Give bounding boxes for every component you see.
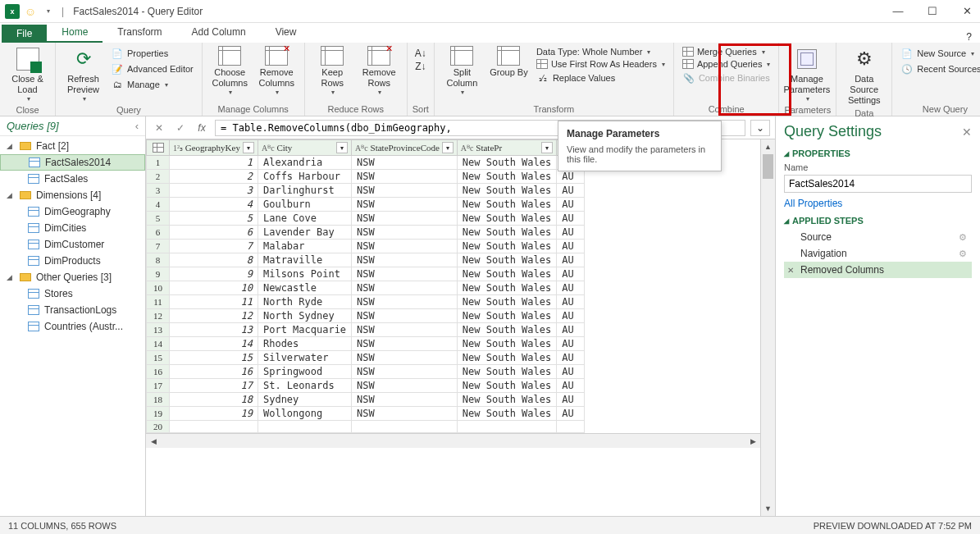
applied-step[interactable]: Source⚙ bbox=[784, 229, 972, 245]
cell[interactable]: New South Wales bbox=[457, 198, 556, 212]
cell[interactable]: 1 bbox=[170, 156, 258, 170]
cell[interactable]: New South Wales bbox=[457, 226, 556, 240]
replace-values-button[interactable]: ₁⁄₂Replace Values bbox=[535, 71, 667, 85]
row-number[interactable]: 6 bbox=[147, 226, 170, 240]
scroll-right-arrow[interactable]: ▶ bbox=[745, 434, 760, 448]
cell[interactable]: NSW bbox=[352, 393, 458, 407]
split-column-button[interactable]: Split Column bbox=[440, 44, 485, 98]
file-tab[interactable]: File bbox=[2, 25, 47, 43]
cell[interactable]: Newcastle bbox=[258, 281, 351, 295]
cell[interactable]: NSW bbox=[352, 281, 458, 295]
row-number[interactable]: 11 bbox=[147, 295, 170, 309]
accept-formula-button[interactable]: ✓ bbox=[172, 120, 189, 136]
cell[interactable]: 15 bbox=[170, 351, 258, 365]
cell[interactable]: 13 bbox=[170, 323, 258, 337]
row-number[interactable]: 15 bbox=[147, 351, 170, 365]
cell[interactable]: NSW bbox=[352, 323, 458, 337]
tab-add-column[interactable]: Add Column bbox=[177, 23, 261, 43]
cell[interactable]: Rhodes bbox=[258, 337, 351, 351]
cell[interactable]: NSW bbox=[352, 226, 458, 240]
cell[interactable]: New South Wales bbox=[457, 393, 556, 407]
cell[interactable]: 12 bbox=[170, 309, 258, 323]
cell[interactable]: Sydney bbox=[258, 393, 351, 407]
cell[interactable]: AU bbox=[557, 407, 585, 421]
advanced-editor-button[interactable]: 📝Advanced Editor bbox=[109, 62, 195, 76]
table-row[interactable]: 77MalabarNSWNew South WalesAU bbox=[147, 240, 585, 253]
expand-icon[interactable]: ◢ bbox=[7, 191, 15, 199]
cell[interactable] bbox=[557, 421, 585, 433]
tab-view[interactable]: View bbox=[261, 23, 312, 43]
row-number[interactable]: 12 bbox=[147, 309, 170, 323]
cell[interactable]: North Sydney bbox=[258, 309, 351, 323]
minimize-button[interactable]: — bbox=[890, 5, 906, 17]
column-header[interactable]: 1²₃ GeographyKey▾ bbox=[170, 140, 258, 156]
cell[interactable]: 5 bbox=[170, 212, 258, 226]
cell[interactable]: AU bbox=[557, 295, 585, 309]
append-queries-button[interactable]: Append Queries bbox=[681, 58, 773, 70]
expand-icon[interactable]: ◢ bbox=[7, 273, 15, 281]
corner-cell[interactable] bbox=[147, 140, 170, 156]
cell[interactable]: NSW bbox=[352, 365, 458, 379]
scroll-left-arrow[interactable]: ◀ bbox=[146, 434, 161, 448]
cell[interactable]: 10 bbox=[170, 281, 258, 295]
gear-icon[interactable]: ⚙ bbox=[959, 249, 967, 259]
tree-query-item[interactable]: FactSales2014 bbox=[0, 154, 145, 171]
cell[interactable]: NSW bbox=[352, 337, 458, 351]
cell[interactable]: New South Wales bbox=[457, 240, 556, 253]
recent-sources-button[interactable]: 🕓Recent Sources bbox=[899, 62, 980, 76]
scroll-down-arrow[interactable]: ▼ bbox=[761, 501, 775, 516]
table-row[interactable]: 55Lane CoveNSWNew South WalesAU bbox=[147, 212, 585, 226]
tree-query-item[interactable]: FactSales bbox=[0, 171, 145, 187]
properties-button[interactable]: 📄Properties bbox=[109, 46, 195, 61]
merge-queries-button[interactable]: Merge Queries bbox=[681, 46, 773, 57]
cell[interactable]: NSW bbox=[352, 351, 458, 365]
cell[interactable]: AU bbox=[557, 281, 585, 295]
tree-query-item[interactable]: DimGeography bbox=[0, 203, 145, 220]
tab-home[interactable]: Home bbox=[47, 23, 103, 43]
cell[interactable]: AU bbox=[557, 393, 585, 407]
column-header[interactable]: Aᴮc City▾ bbox=[258, 140, 351, 156]
table-row[interactable]: 66Lavender BayNSWNew South WalesAU bbox=[147, 226, 585, 240]
keep-rows-button[interactable]: Keep Rows bbox=[310, 44, 355, 98]
cell[interactable]: 8 bbox=[170, 253, 258, 267]
cell[interactable]: AU bbox=[557, 240, 585, 253]
cell[interactable]: NSW bbox=[352, 295, 458, 309]
table-row[interactable]: 11AlexandriaNSWNew South WalesAU bbox=[147, 156, 585, 170]
cell[interactable]: AU bbox=[557, 267, 585, 281]
cell[interactable]: 7 bbox=[170, 240, 258, 253]
remove-rows-button[interactable]: ✕ Remove Rows bbox=[357, 44, 402, 98]
refresh-preview-button[interactable]: ⟳ Refresh Preview bbox=[61, 44, 106, 105]
group-by-button[interactable]: Group By bbox=[486, 44, 531, 80]
table-row[interactable]: 33DarlinghurstNSWNew South WalesAU bbox=[147, 184, 585, 198]
table-row[interactable]: 44GoulburnNSWNew South WalesAU bbox=[147, 198, 585, 212]
cell[interactable]: AU bbox=[557, 337, 585, 351]
data-type-button[interactable]: Data Type: Whole Number bbox=[535, 46, 667, 57]
cell[interactable]: NSW bbox=[352, 170, 458, 184]
cell[interactable]: 9 bbox=[170, 267, 258, 281]
tree-query-item[interactable]: Stores bbox=[0, 285, 145, 302]
cell[interactable]: Goulburn bbox=[258, 198, 351, 212]
column-header[interactable]: Aᴮc StateProvinceCode▾ bbox=[352, 140, 458, 156]
horizontal-scrollbar[interactable]: ◀ ▶ bbox=[146, 433, 760, 448]
row-number[interactable]: 19 bbox=[147, 407, 170, 421]
expand-formula-button[interactable]: ⌄ bbox=[750, 120, 770, 136]
filter-button[interactable]: ▾ bbox=[243, 142, 254, 153]
row-number[interactable]: 9 bbox=[147, 267, 170, 281]
scroll-thumb[interactable] bbox=[763, 154, 773, 179]
cell[interactable]: AU bbox=[557, 351, 585, 365]
cell[interactable]: AU bbox=[557, 212, 585, 226]
scroll-up-arrow[interactable]: ▲ bbox=[761, 139, 775, 154]
cell[interactable]: Lane Cove bbox=[258, 212, 351, 226]
table-row[interactable]: 1414RhodesNSWNew South WalesAU bbox=[147, 337, 585, 351]
cell[interactable]: New South Wales bbox=[457, 156, 556, 170]
cell[interactable]: NSW bbox=[352, 156, 458, 170]
close-button[interactable]: ✕ bbox=[959, 5, 975, 17]
cell[interactable]: 17 bbox=[170, 379, 258, 393]
choose-columns-button[interactable]: Choose Columns bbox=[207, 44, 253, 98]
cell[interactable]: New South Wales bbox=[457, 295, 556, 309]
tree-query-item[interactable]: Countries (Austr... bbox=[0, 318, 145, 335]
cell[interactable]: Silverwater bbox=[258, 351, 351, 365]
maximize-button[interactable]: ☐ bbox=[924, 5, 941, 17]
manage-parameters-button[interactable]: Manage Parameters bbox=[784, 44, 829, 105]
table-row[interactable]: 1010NewcastleNSWNew South WalesAU bbox=[147, 281, 585, 295]
